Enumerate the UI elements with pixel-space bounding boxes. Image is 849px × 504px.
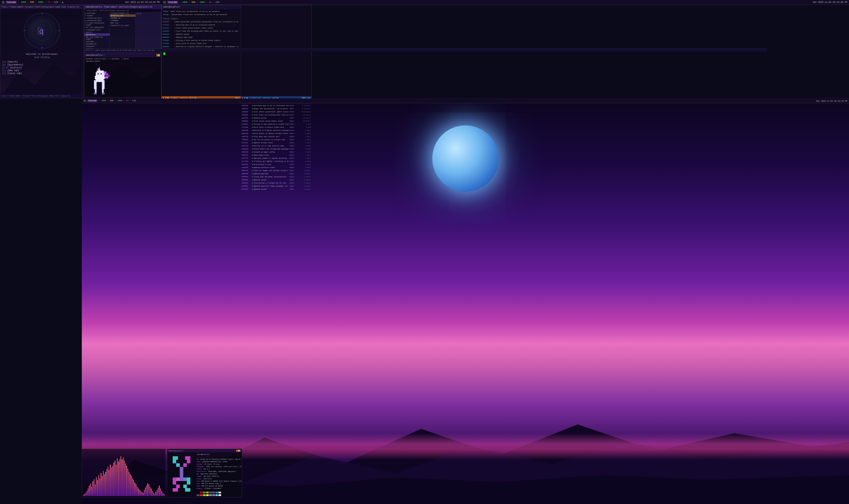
git-log-item[interactable]: 5a1f9dc ◆ Testing if auto-cpufreq is sys… xyxy=(241,123,311,126)
svg-point-8 xyxy=(59,30,59,31)
git-log-item[interactable]: 21c7253 ◆ I finally got agenda + syncthi… xyxy=(241,160,311,163)
git-log-item[interactable]: b86d278 ◆ Fixes for waybar and patched c… xyxy=(241,169,311,172)
git-commit-item[interactable]: 2774c0e • Extra lines to ensure flakes w… xyxy=(162,42,241,45)
file-manager-panel: emmet@snowfire /home/emmet/.dotfiles/the… xyxy=(84,5,161,54)
audio-bar xyxy=(96,477,97,496)
file-item-polarity[interactable]: polarity.txt xyxy=(110,14,135,17)
git-log-item[interactable]: 3774c0e ◆ Extra lines to ensure flakes w… xyxy=(241,126,311,129)
git-commit-item[interactable]: dee0888 ◆ main gitea/main gitlab/main gi… xyxy=(162,20,241,23)
svg-rect-13 xyxy=(157,54,158,56)
file-item[interactable]: ▸twilight-dark xyxy=(84,29,110,31)
git-log-item[interactable]: bc7513c ◆ Updated install notes Emmet 1 … xyxy=(241,141,311,144)
audio-bar xyxy=(83,495,84,496)
file-item[interactable]: RE=.org tomorrow-night xyxy=(84,36,110,40)
browser-menu-search[interactable]: [o] [Search] xyxy=(2,60,82,64)
svg-rect-59 xyxy=(176,485,180,488)
svg-rect-40 xyxy=(237,450,238,452)
git-log-item[interactable]: 6fbe550 ◆ Fixes flake not building when … xyxy=(241,113,311,116)
neofetch-uptime: Uptime: 19 hours, 35 mins xyxy=(197,463,240,466)
git-commit-item[interactable]: 07b0c08 • Fixes flake not building when … xyxy=(162,30,241,33)
neofetch-divider: --------------- xyxy=(197,456,240,458)
git-commit-item[interactable]: a958d60 • Removed some bloat xyxy=(162,36,241,39)
titlebar-controls xyxy=(156,54,160,56)
file-item[interactable]: ▸themes xyxy=(84,14,110,17)
topbar-yt-tab[interactable]: Youtube xyxy=(6,1,17,4)
file-item[interactable]: fl-.nix spaceduck xyxy=(84,26,110,29)
git-log-item[interactable]: cefa230 ◆ Updated uwunicorn theme Emmet … xyxy=(241,166,311,169)
bottom-topbar-right: Sat 2023-11-04 02:13:20 PM xyxy=(814,99,849,103)
audio-bar xyxy=(103,471,104,496)
git-log-item[interactable]: c60a683 ◆ Fixes recent qutebrowser updat… xyxy=(241,110,311,113)
git-log-item[interactable]: df4ee6b ◆ 3d printing is cool Emmet 1 we… xyxy=(241,163,311,166)
git-log-item[interactable]: 2d13c30 ◆ Fixes qemu user session uefi E… xyxy=(241,135,311,138)
git-log-item[interactable]: c706940 ◆ Fix for nix parser on install.… xyxy=(241,138,311,141)
git-log-item[interactable]: fa94da4 ◆ Transitioned to flatpak obs fo… xyxy=(241,181,311,184)
git-log-item[interactable]: b3c7d04 ◆ Updated system Emmet 3 weeks xyxy=(241,188,311,191)
svg-rect-28 xyxy=(106,75,110,77)
git-log-item[interactable]: e01ffc8 ◆ Improved comment on agenda syn… xyxy=(241,157,311,160)
audio-bar xyxy=(104,474,105,496)
audio-bar xyxy=(102,476,103,496)
svg-rect-35 xyxy=(102,93,105,94)
git-log-item[interactable]: f3bc28b ◆ Switching back to gh as screen… xyxy=(241,104,311,107)
git-log-item[interactable]: 3a6b013 ◆ Pinned embark and reorganized … xyxy=(241,147,311,150)
file-item[interactable]: ▸ald-hope xyxy=(84,12,110,14)
monitor-divider xyxy=(0,98,849,99)
git-log-item[interactable]: c000319 ◆ Cleaned up magit config Emmet … xyxy=(241,150,311,154)
browser-menu-history[interactable]: [S-h] [History] xyxy=(2,66,82,69)
git-commit-item[interactable]: ef0c50d • Switching back to gh as screen… xyxy=(162,23,241,26)
pokemon-name-label: rapidash-galar xyxy=(84,60,161,62)
file-item[interactable]: windows-95 xyxy=(84,43,110,45)
git-log-item[interactable]: e56f953 ◆ Trying some new power optimiza… xyxy=(241,175,311,178)
audio-bar xyxy=(161,491,162,496)
git-log-item[interactable]: 8a940a4 ◆ Updated system Emmet 2 weeks xyxy=(241,178,311,181)
git-commit-item[interactable]: a265b80 • Reverted to original uwunicorn… xyxy=(162,45,241,48)
file-item[interactable]: f↕-lock selenized-light xyxy=(84,22,110,26)
file-item[interactable]: woodland xyxy=(84,45,110,48)
git-log-item[interactable]: 5a47f18 ◆ Getting rid of some electron p… xyxy=(241,144,311,147)
git-commit-item[interactable]: 75f3d42 • Testing if auto-cpufreq is sys… xyxy=(162,39,241,42)
git-commit-item[interactable]: dde4602 • Fixes recent gitea-browser rem… xyxy=(162,26,241,30)
file-item[interactable]: twilight xyxy=(84,40,110,43)
browser-menu-newtab[interactable]: [t] [New tab] xyxy=(2,69,82,72)
file-item-selected[interactable]: uwunicorn xyxy=(84,33,110,36)
file-item[interactable]: background256.txt xyxy=(110,12,135,14)
audio-bar xyxy=(91,487,92,496)
m2-yt-tab[interactable]: Youtube xyxy=(167,1,178,4)
audio-bar xyxy=(150,487,150,496)
git-log-item[interactable]: 5a1f9dc ◆ Updated system Emmet 18 hours xyxy=(241,116,311,120)
neofetch-packages: Packages: 1363 (nix-system), 2782 (nix-u… xyxy=(197,466,240,468)
git-commit-item[interactable]: b6d2d43 • Updated system xyxy=(162,33,241,36)
neofetch-logo-svg xyxy=(168,454,195,496)
neofetch-titlebar: emmet@snowfire xyxy=(167,449,242,452)
git-log-item[interactable]: e4e503c ◆ Updated uwunicorn theme wallpa… xyxy=(241,184,311,188)
git-log-item[interactable]: b8040a8 ◆ Updated pyprland Emmet 2 weeks xyxy=(241,172,311,175)
file-item[interactable]: README.md xyxy=(110,17,135,19)
git-log-item[interactable]: 495b650 ◆ Fixes recent gitea-remote issu… xyxy=(241,120,311,123)
file-item[interactable]: ▸selenized-dark xyxy=(84,17,110,19)
b-icon: ⬛ xyxy=(84,100,86,102)
file-item[interactable]: ubuntu xyxy=(84,31,110,33)
audio-bar xyxy=(154,494,155,496)
file-item[interactable]: RE=.org xyxy=(110,22,135,24)
browser-menu-quickmarks[interactable]: [b] [Quickmarks] xyxy=(2,64,82,66)
b-yt-tab[interactable]: Youtube xyxy=(87,100,97,102)
monitor1-topbar: ⬛ Youtube | 100% | 59% | 100% | 1% | 11%… xyxy=(0,0,161,5)
git-log-item[interactable]: bb0e4d9 ◆ Extra detail on adding unstabl… xyxy=(241,132,311,135)
browser-menu-closetab[interactable]: [x] [Close tab] xyxy=(2,72,82,75)
git-log-item[interactable]: 70a8f15 ◆ Added magit-todos Emmet 1 week xyxy=(241,154,311,157)
file-item[interactable]: uwunicorn-yt.yaml xyxy=(110,24,135,26)
git-log-item[interactable]: 4960fa4 ◆ Ranger dnd optimization + qb f… xyxy=(241,107,311,110)
bottom-monitor-topbar: ⬛ Youtube | 100% | 59% | 100% | 1% | 11%… xyxy=(82,98,849,103)
m2-net: 11% xyxy=(215,1,219,3)
audio-bar xyxy=(145,488,146,496)
m2-cpu2: 100% xyxy=(199,1,205,3)
git-recent-commits: dee0888 ◆ main gitea/main gitlab/main gi… xyxy=(162,20,241,48)
bottom-moon xyxy=(432,125,499,192)
git-log-item[interactable]: b3217d8 ◆ Fixes youtube hyprprofile Emme… xyxy=(241,191,311,192)
file-item[interactable]: LICENSE xyxy=(110,19,135,22)
git-log-item[interactable]: a265d60 ◆ Reverted to original uwunicorn… xyxy=(241,129,311,132)
file-item[interactable]: ▸selenized-dark xyxy=(84,19,110,22)
audio-bar xyxy=(110,465,111,496)
svg-rect-45 xyxy=(173,460,176,463)
